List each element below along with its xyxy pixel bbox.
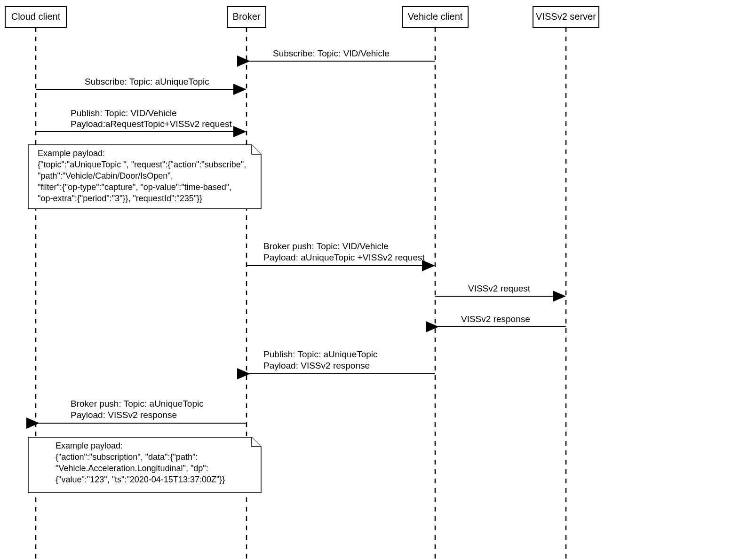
svg-text:Subscribe: Topic: aUniqueTopic: Subscribe: Topic: aUniqueTopic: [85, 77, 209, 87]
message-vissv2-response: VISSv2 response: [437, 314, 566, 327]
svg-text:Broker push: Topic: VID/Vehicl: Broker push: Topic: VID/Vehicle: [263, 241, 389, 251]
svg-text:{"action":"subscription", "dat: {"action":"subscription", "data":{"path"…: [56, 452, 198, 462]
actor-label: Broker: [233, 11, 261, 22]
svg-text:Broker push: Topic: aUniqueTop: Broker push: Topic: aUniqueTopic: [71, 399, 204, 409]
message-broker-push-vehicle: Broker push: Topic: VID/Vehicle Payload:…: [247, 241, 433, 266]
svg-text:"op-extra":{"period":"3"}}, "r: "op-extra":{"period":"3"}}, "requestId":…: [38, 194, 202, 203]
message-broker-push-cloud: Broker push: Topic: aUniqueTopic Payload…: [38, 399, 247, 423]
actor-label: Cloud client: [11, 11, 61, 22]
message-publish-vehicle: Publish: Topic: aUniqueTopic Payload: VI…: [248, 349, 435, 374]
actor-vissv2-server: VISSv2 server: [533, 7, 599, 27]
svg-text:"path":"Vehicle/Cabin/Door/IsO: "path":"Vehicle/Cabin/Door/IsOpen",: [38, 171, 173, 181]
svg-text:Example payload:: Example payload:: [38, 149, 105, 158]
message-vissv2-request: VISSv2 request: [435, 283, 564, 296]
svg-text:"Vehicle.Acceleration.Longitud: "Vehicle.Acceleration.Longitudinal", "dp…: [56, 464, 208, 473]
message-subscribe-cloud: Subscribe: Topic: aUniqueTopic: [36, 77, 245, 89]
svg-text:{"topic":"aUniqueTopic ", "req: {"topic":"aUniqueTopic ", "request":{"ac…: [38, 160, 246, 169]
svg-text:Payload: VISSv2 response: Payload: VISSv2 response: [263, 361, 370, 370]
svg-text:Publish: Topic: VID/Vehicle: Publish: Topic: VID/Vehicle: [71, 108, 177, 118]
svg-text:Publish: Topic: aUniqueTopic: Publish: Topic: aUniqueTopic: [263, 349, 378, 359]
svg-text:Payload: aUniqueTopic +VISSv2 : Payload: aUniqueTopic +VISSv2 request: [263, 252, 425, 262]
actor-label: Vehicle client: [408, 11, 463, 22]
note-example-payload-1: Example payload: {"topic":"aUniqueTopic …: [28, 145, 261, 209]
actor-label: VISSv2 server: [536, 11, 596, 22]
sequence-diagram: Cloud client Broker Vehicle client VISSv…: [0, 0, 756, 559]
actor-broker: Broker: [227, 7, 266, 27]
message-subscribe-vehicle: Subscribe: Topic: VID/Vehicle: [248, 48, 435, 61]
svg-text:"filter":{"op-type":"capture",: "filter":{"op-type":"capture", "op-value…: [38, 182, 231, 192]
svg-text:{"value":"123", "ts":"2020-04-: {"value":"123", "ts":"2020-04-15T13:37:0…: [56, 475, 225, 484]
actor-vehicle-client: Vehicle client: [402, 7, 468, 27]
note-example-payload-2: Example payload: {"action":"subscription…: [28, 437, 261, 493]
message-publish-cloud: Publish: Topic: VID/Vehicle Payload:aReq…: [36, 108, 245, 132]
svg-text:VISSv2 request: VISSv2 request: [468, 283, 531, 293]
svg-text:Payload: VISSv2 response: Payload: VISSv2 response: [71, 410, 177, 420]
svg-text:Payload:aRequestTopic+VISSv2 r: Payload:aRequestTopic+VISSv2 request: [71, 119, 232, 129]
svg-text:Example payload:: Example payload:: [56, 441, 123, 450]
svg-text:Subscribe: Topic: VID/Vehicle: Subscribe: Topic: VID/Vehicle: [273, 48, 390, 58]
svg-text:VISSv2 response: VISSv2 response: [461, 314, 530, 324]
actor-cloud-client: Cloud client: [5, 7, 66, 27]
